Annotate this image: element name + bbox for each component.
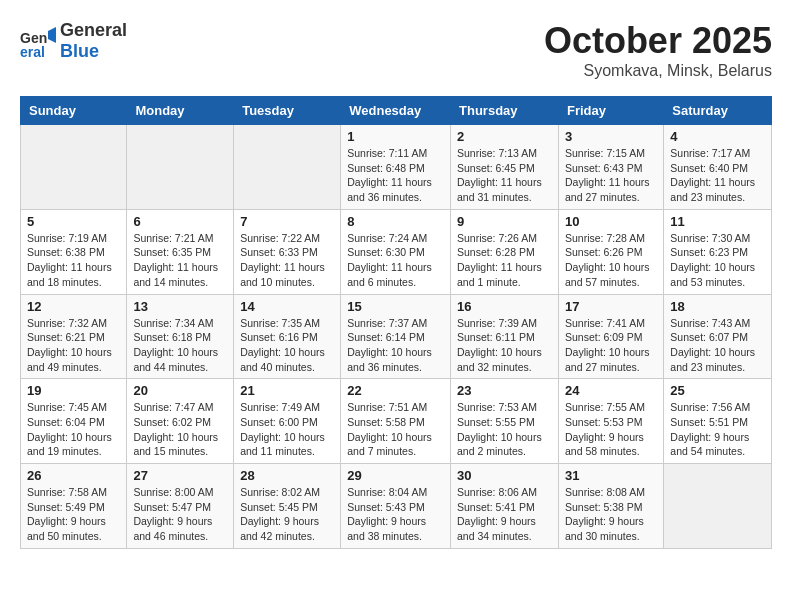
day-number: 4 — [670, 129, 765, 144]
day-number: 23 — [457, 383, 552, 398]
weekday-header-tuesday: Tuesday — [234, 97, 341, 125]
day-info: Sunrise: 7:39 AM Sunset: 6:11 PM Dayligh… — [457, 316, 552, 375]
day-info: Sunrise: 7:43 AM Sunset: 6:07 PM Dayligh… — [670, 316, 765, 375]
day-number: 31 — [565, 468, 657, 483]
day-number: 3 — [565, 129, 657, 144]
day-info: Sunrise: 8:02 AM Sunset: 5:45 PM Dayligh… — [240, 485, 334, 544]
calendar-week-2: 5Sunrise: 7:19 AM Sunset: 6:38 PM Daylig… — [21, 209, 772, 294]
day-info: Sunrise: 7:28 AM Sunset: 6:26 PM Dayligh… — [565, 231, 657, 290]
calendar-cell — [127, 125, 234, 210]
calendar-cell: 29Sunrise: 8:04 AM Sunset: 5:43 PM Dayli… — [341, 464, 451, 549]
calendar-cell: 31Sunrise: 8:08 AM Sunset: 5:38 PM Dayli… — [558, 464, 663, 549]
calendar-cell: 8Sunrise: 7:24 AM Sunset: 6:30 PM Daylig… — [341, 209, 451, 294]
day-number: 14 — [240, 299, 334, 314]
day-number: 25 — [670, 383, 765, 398]
day-number: 21 — [240, 383, 334, 398]
day-number: 11 — [670, 214, 765, 229]
logo-blue-text: Blue — [60, 41, 127, 62]
day-number: 30 — [457, 468, 552, 483]
weekday-header-monday: Monday — [127, 97, 234, 125]
day-info: Sunrise: 7:13 AM Sunset: 6:45 PM Dayligh… — [457, 146, 552, 205]
day-info: Sunrise: 7:11 AM Sunset: 6:48 PM Dayligh… — [347, 146, 444, 205]
day-info: Sunrise: 7:34 AM Sunset: 6:18 PM Dayligh… — [133, 316, 227, 375]
day-number: 18 — [670, 299, 765, 314]
day-info: Sunrise: 7:22 AM Sunset: 6:33 PM Dayligh… — [240, 231, 334, 290]
calendar-table: SundayMondayTuesdayWednesdayThursdayFrid… — [20, 96, 772, 549]
calendar-cell: 21Sunrise: 7:49 AM Sunset: 6:00 PM Dayli… — [234, 379, 341, 464]
day-info: Sunrise: 7:45 AM Sunset: 6:04 PM Dayligh… — [27, 400, 120, 459]
day-info: Sunrise: 7:15 AM Sunset: 6:43 PM Dayligh… — [565, 146, 657, 205]
weekday-header-friday: Friday — [558, 97, 663, 125]
calendar-week-5: 26Sunrise: 7:58 AM Sunset: 5:49 PM Dayli… — [21, 464, 772, 549]
day-info: Sunrise: 7:51 AM Sunset: 5:58 PM Dayligh… — [347, 400, 444, 459]
weekday-header-saturday: Saturday — [664, 97, 772, 125]
day-number: 24 — [565, 383, 657, 398]
day-number: 8 — [347, 214, 444, 229]
calendar-cell: 11Sunrise: 7:30 AM Sunset: 6:23 PM Dayli… — [664, 209, 772, 294]
day-number: 27 — [133, 468, 227, 483]
calendar-week-3: 12Sunrise: 7:32 AM Sunset: 6:21 PM Dayli… — [21, 294, 772, 379]
day-info: Sunrise: 7:26 AM Sunset: 6:28 PM Dayligh… — [457, 231, 552, 290]
day-number: 12 — [27, 299, 120, 314]
weekday-header-row: SundayMondayTuesdayWednesdayThursdayFrid… — [21, 97, 772, 125]
day-info: Sunrise: 7:41 AM Sunset: 6:09 PM Dayligh… — [565, 316, 657, 375]
calendar-cell: 2Sunrise: 7:13 AM Sunset: 6:45 PM Daylig… — [451, 125, 559, 210]
calendar-cell: 12Sunrise: 7:32 AM Sunset: 6:21 PM Dayli… — [21, 294, 127, 379]
day-info: Sunrise: 7:17 AM Sunset: 6:40 PM Dayligh… — [670, 146, 765, 205]
day-info: Sunrise: 7:32 AM Sunset: 6:21 PM Dayligh… — [27, 316, 120, 375]
day-number: 22 — [347, 383, 444, 398]
calendar-cell: 10Sunrise: 7:28 AM Sunset: 6:26 PM Dayli… — [558, 209, 663, 294]
calendar-cell: 4Sunrise: 7:17 AM Sunset: 6:40 PM Daylig… — [664, 125, 772, 210]
calendar-cell: 6Sunrise: 7:21 AM Sunset: 6:35 PM Daylig… — [127, 209, 234, 294]
calendar-cell: 18Sunrise: 7:43 AM Sunset: 6:07 PM Dayli… — [664, 294, 772, 379]
location: Syomkava, Minsk, Belarus — [544, 62, 772, 80]
logo-icon: Gen eral — [20, 23, 56, 59]
day-info: Sunrise: 7:30 AM Sunset: 6:23 PM Dayligh… — [670, 231, 765, 290]
calendar-week-1: 1Sunrise: 7:11 AM Sunset: 6:48 PM Daylig… — [21, 125, 772, 210]
calendar-cell: 15Sunrise: 7:37 AM Sunset: 6:14 PM Dayli… — [341, 294, 451, 379]
calendar-cell — [21, 125, 127, 210]
day-info: Sunrise: 7:21 AM Sunset: 6:35 PM Dayligh… — [133, 231, 227, 290]
day-info: Sunrise: 7:56 AM Sunset: 5:51 PM Dayligh… — [670, 400, 765, 459]
calendar-cell — [234, 125, 341, 210]
day-number: 1 — [347, 129, 444, 144]
day-info: Sunrise: 7:49 AM Sunset: 6:00 PM Dayligh… — [240, 400, 334, 459]
calendar-cell: 3Sunrise: 7:15 AM Sunset: 6:43 PM Daylig… — [558, 125, 663, 210]
day-number: 5 — [27, 214, 120, 229]
day-number: 19 — [27, 383, 120, 398]
calendar-cell: 1Sunrise: 7:11 AM Sunset: 6:48 PM Daylig… — [341, 125, 451, 210]
calendar-week-4: 19Sunrise: 7:45 AM Sunset: 6:04 PM Dayli… — [21, 379, 772, 464]
logo-general-text: General — [60, 20, 127, 41]
day-info: Sunrise: 7:47 AM Sunset: 6:02 PM Dayligh… — [133, 400, 227, 459]
calendar-cell: 7Sunrise: 7:22 AM Sunset: 6:33 PM Daylig… — [234, 209, 341, 294]
title-block: October 2025 Syomkava, Minsk, Belarus — [544, 20, 772, 80]
svg-text:eral: eral — [20, 44, 45, 59]
svg-marker-3 — [48, 27, 56, 43]
day-info: Sunrise: 7:55 AM Sunset: 5:53 PM Dayligh… — [565, 400, 657, 459]
calendar-cell: 13Sunrise: 7:34 AM Sunset: 6:18 PM Dayli… — [127, 294, 234, 379]
calendar-cell: 26Sunrise: 7:58 AM Sunset: 5:49 PM Dayli… — [21, 464, 127, 549]
day-number: 28 — [240, 468, 334, 483]
logo: Gen eral General Blue — [20, 20, 127, 62]
weekday-header-wednesday: Wednesday — [341, 97, 451, 125]
calendar-cell: 9Sunrise: 7:26 AM Sunset: 6:28 PM Daylig… — [451, 209, 559, 294]
calendar-cell: 16Sunrise: 7:39 AM Sunset: 6:11 PM Dayli… — [451, 294, 559, 379]
day-info: Sunrise: 7:24 AM Sunset: 6:30 PM Dayligh… — [347, 231, 444, 290]
day-info: Sunrise: 8:08 AM Sunset: 5:38 PM Dayligh… — [565, 485, 657, 544]
calendar-cell: 27Sunrise: 8:00 AM Sunset: 5:47 PM Dayli… — [127, 464, 234, 549]
calendar-cell: 30Sunrise: 8:06 AM Sunset: 5:41 PM Dayli… — [451, 464, 559, 549]
calendar-cell: 28Sunrise: 8:02 AM Sunset: 5:45 PM Dayli… — [234, 464, 341, 549]
calendar-cell: 25Sunrise: 7:56 AM Sunset: 5:51 PM Dayli… — [664, 379, 772, 464]
day-info: Sunrise: 7:19 AM Sunset: 6:38 PM Dayligh… — [27, 231, 120, 290]
day-number: 17 — [565, 299, 657, 314]
day-number: 6 — [133, 214, 227, 229]
day-number: 9 — [457, 214, 552, 229]
calendar-cell: 17Sunrise: 7:41 AM Sunset: 6:09 PM Dayli… — [558, 294, 663, 379]
weekday-header-sunday: Sunday — [21, 97, 127, 125]
day-number: 13 — [133, 299, 227, 314]
day-info: Sunrise: 8:04 AM Sunset: 5:43 PM Dayligh… — [347, 485, 444, 544]
calendar-cell: 22Sunrise: 7:51 AM Sunset: 5:58 PM Dayli… — [341, 379, 451, 464]
day-info: Sunrise: 8:00 AM Sunset: 5:47 PM Dayligh… — [133, 485, 227, 544]
page-header: Gen eral General Blue October 2025 Syomk… — [20, 20, 772, 80]
weekday-header-thursday: Thursday — [451, 97, 559, 125]
